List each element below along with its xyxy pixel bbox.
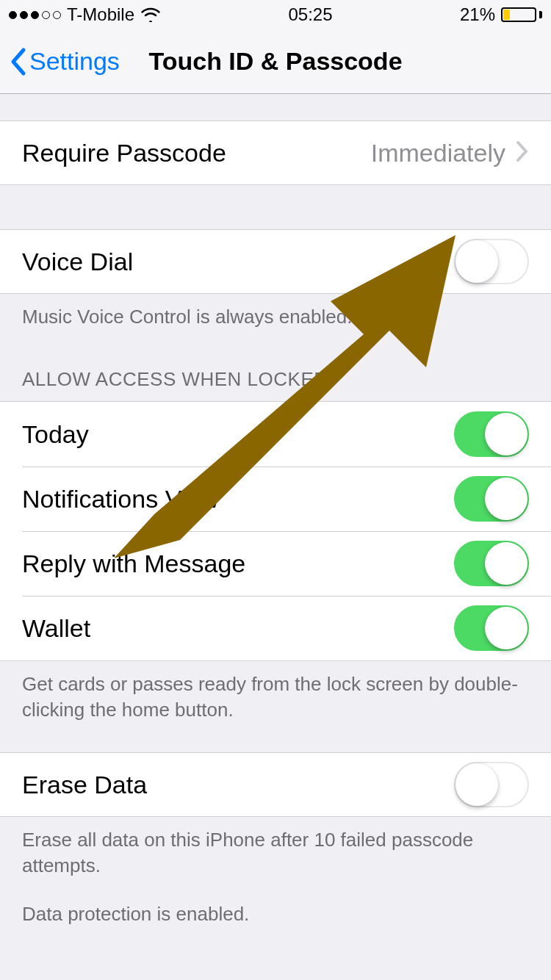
erase-data-label: Erase Data [22,771,454,799]
battery-icon [501,7,542,22]
voice-dial-toggle[interactable] [454,239,529,284]
battery-percent-label: 21% [460,4,495,25]
allow-access-item-label: Today [22,420,454,449]
back-button[interactable]: Settings [6,29,123,93]
allow-access-wallet-cell: Wallet [0,596,551,660]
allow-access-notifications-cell: Notifications View [0,466,551,531]
allow-access-today-cell: Today [0,402,551,466]
voice-dial-footer: Music Voice Control is always enabled. [0,294,551,340]
chevron-right-icon [516,140,529,165]
status-bar: T-Mobile 05:25 21% [0,0,551,29]
allow-access-wallet-toggle[interactable] [454,605,529,651]
page-title: Touch ID & Passcode [148,47,402,76]
allow-access-today-toggle[interactable] [454,411,529,457]
allow-access-reply-cell: Reply with Message [0,531,551,596]
allow-access-item-label: Reply with Message [22,550,454,578]
allow-access-footer: Get cards or passes ready from the lock … [0,661,551,733]
allow-access-notifications-toggle[interactable] [454,476,529,522]
allow-access-header: ALLOW ACCESS WHEN LOCKED: [0,340,551,401]
allow-access-reply-toggle[interactable] [454,541,529,586]
status-left: T-Mobile [9,4,161,25]
clock-label: 05:25 [288,4,332,25]
chevron-left-icon [9,47,26,76]
nav-bar: Settings Touch ID & Passcode [0,29,551,94]
erase-data-footer: Erase all data on this iPhone after 10 f… [0,817,551,937]
allow-access-item-label: Notifications View [22,485,454,514]
erase-data-cell: Erase Data [0,752,551,817]
erase-data-footer-2: Data protection is enabled. [22,901,529,927]
wifi-icon [140,7,161,22]
voice-dial-cell: Voice Dial [0,229,551,294]
allow-access-item-label: Wallet [22,614,454,643]
status-right: 21% [460,4,542,25]
require-passcode-label: Require Passcode [22,139,371,167]
erase-data-footer-1: Erase all data on this iPhone after 10 f… [22,827,529,879]
voice-dial-label: Voice Dial [22,248,454,276]
erase-data-toggle[interactable] [454,762,529,807]
back-label: Settings [29,47,120,76]
require-passcode-value: Immediately [371,139,505,167]
allow-access-group: Today Notifications View Reply with Mess… [0,401,551,661]
signal-strength-icon [9,11,61,19]
require-passcode-cell[interactable]: Require Passcode Immediately [0,120,551,185]
carrier-label: T-Mobile [67,4,134,25]
